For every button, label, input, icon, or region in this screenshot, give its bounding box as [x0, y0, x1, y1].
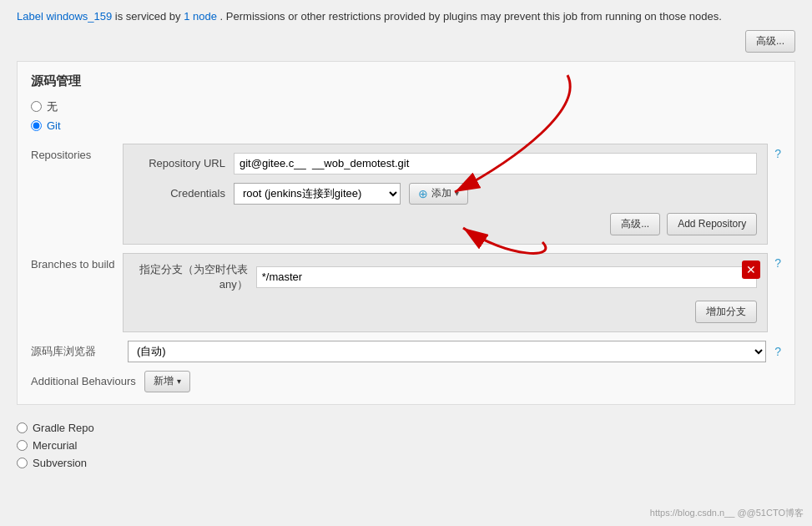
branches-row: Branches to build ✕ 指定分支（为空时代表any） 增加分支 … — [31, 253, 781, 332]
subversion-radio[interactable] — [17, 458, 28, 468]
source-management-section: 源码管理 无 Git Repositories Repository URL — [17, 61, 795, 405]
top-info-text: Label windows_159 is serviced by 1 node … — [17, 8, 795, 25]
repositories-label: Repositories — [31, 144, 123, 245]
browser-label: 源码库浏览器 — [31, 344, 123, 359]
none-radio-label: 无 — [47, 99, 58, 114]
repositories-help[interactable]: ? — [771, 144, 781, 160]
new-behaviour-button[interactable]: 新增 ▾ — [144, 371, 190, 392]
add-branch-button[interactable]: 增加分支 — [695, 301, 757, 323]
help-icon[interactable]: ? — [774, 147, 781, 160]
repositories-box: Repository URL Credentials root (jenkins… — [123, 144, 768, 245]
git-radio-label: Git — [47, 119, 61, 132]
credentials-row: Credentials root (jenkins连接到gitee) ⊕ 添加 … — [134, 183, 757, 205]
git-radio[interactable] — [31, 120, 42, 131]
branches-help-icon[interactable]: ? — [774, 256, 781, 270]
branch-specify-label: 指定分支（为空时代表any） — [134, 262, 248, 292]
add-credentials-button[interactable]: ⊕ 添加 ▾ — [409, 183, 468, 205]
repo-actions: 高级... Add Repository — [134, 213, 757, 235]
delete-branch-button[interactable]: ✕ — [742, 260, 760, 279]
label-link[interactable]: Label windows_159 — [17, 10, 112, 23]
additional-label: Additional Behaviours — [31, 375, 136, 387]
none-radio[interactable] — [31, 101, 42, 112]
top-advanced-button[interactable]: 高级... — [745, 30, 795, 53]
gradle-radio[interactable] — [17, 422, 28, 433]
branch-input-row: 指定分支（为空时代表any） — [134, 262, 757, 292]
mercurial-label: Mercurial — [33, 439, 77, 452]
git-radio-item[interactable]: Git — [31, 119, 781, 132]
repositories-row: Repositories Repository URL Credentials … — [31, 144, 781, 245]
browser-row: 源码库浏览器 (自动) ? — [31, 341, 781, 362]
branches-label: Branches to build — [31, 253, 123, 332]
section-title: 源码管理 — [31, 73, 781, 89]
branches-box: ✕ 指定分支（为空时代表any） 增加分支 — [123, 253, 768, 332]
repo-url-input[interactable] — [234, 153, 757, 174]
mercurial-radio[interactable] — [17, 440, 28, 451]
chevron-down-icon: ▾ — [455, 189, 459, 198]
browser-select[interactable]: (自动) — [128, 341, 766, 362]
none-radio-item[interactable]: 无 — [31, 99, 781, 114]
new-btn-chevron: ▾ — [177, 377, 181, 386]
add-btn-label: 添加 — [431, 186, 451, 200]
gradle-label: Gradle Repo — [33, 422, 94, 434]
credentials-select[interactable]: root (jenkins连接到gitee) — [234, 183, 401, 205]
repo-url-row: Repository URL — [134, 153, 757, 174]
scm-radio-group: 无 Git — [31, 99, 781, 132]
subversion-radio-item[interactable]: Subversion — [17, 457, 795, 469]
branch-input[interactable] — [256, 266, 757, 288]
browser-help-icon[interactable]: ? — [774, 345, 781, 358]
add-repository-button[interactable]: Add Repository — [667, 213, 757, 235]
bottom-radio-section: Gradle Repo Mercurial Subversion — [0, 413, 812, 483]
mercurial-radio-item[interactable]: Mercurial — [17, 439, 795, 452]
credentials-label: Credentials — [134, 187, 225, 200]
repo-url-label: Repository URL — [134, 157, 225, 169]
new-btn-label: 新增 — [154, 374, 174, 388]
gradle-radio-item[interactable]: Gradle Repo — [17, 422, 795, 434]
repo-advanced-button[interactable]: 高级... — [610, 213, 660, 235]
additional-behaviours-row: Additional Behaviours 新增 ▾ — [31, 371, 781, 392]
branch-actions: 增加分支 — [134, 301, 757, 323]
node-link[interactable]: 1 node — [184, 10, 217, 23]
subversion-label: Subversion — [33, 457, 87, 469]
watermark: https://blog.csdn.n__ @@51CTO博客 — [650, 507, 804, 519]
branches-help[interactable]: ? — [771, 253, 781, 270]
add-icon: ⊕ — [418, 187, 428, 200]
